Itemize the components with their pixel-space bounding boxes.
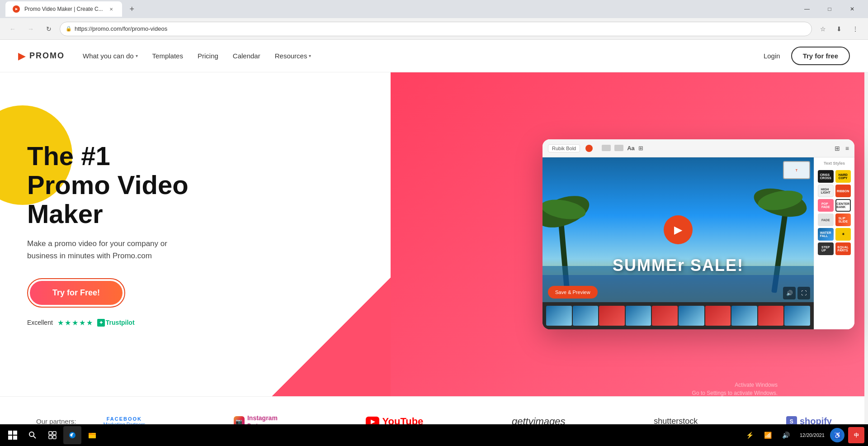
svg-rect-11 [8,436,12,440]
tab-close-button[interactable]: ✕ [108,5,115,13]
text-style-water-fall[interactable]: WATERFALL [818,228,834,241]
window-controls: — □ ✕ [797,2,863,16]
try-free-nav-button[interactable]: Try for free [791,47,850,65]
browser-taskbar-button[interactable] [63,426,81,444]
timeline-thumb-5[interactable] [652,306,678,326]
bookmark-icon[interactable]: ☆ [816,22,830,36]
text-style-criss-cross[interactable]: CRISSCROSS [818,170,834,183]
taskbar: ⚡ 📶 🔊 12/20/2021 ♿ 中 [0,424,868,446]
try-free-hero-button[interactable]: Try for Free! [30,281,123,305]
tab-title: Promo Video Maker | Create C... [24,6,103,12]
back-button[interactable]: ← [5,22,20,36]
shopify-icon: S [786,416,797,425]
mockup-toolbar: Rubik Bold Aa ⊞ ⊞ ≡ [542,139,854,157]
browser-tab[interactable]: Promo Video Maker | Create C... ✕ [5,1,122,17]
mockup-font-selector[interactable]: Rubik Bold [548,144,580,152]
task-view-button[interactable] [43,426,61,444]
trustpilot-stars: ★ ★ ★ ★ ★ [57,318,93,327]
star-2: ★ [65,318,71,327]
mockup-fullscreen-icon[interactable]: ⛶ [797,287,810,299]
shopify-logo: S shopify [786,416,832,425]
hero-right: Rubik Bold Aa ⊞ ⊞ ≡ [542,126,868,343]
timeline-thumb-10[interactable] [784,306,810,326]
start-button[interactable] [4,426,22,444]
partner-shutterstock: shutterstock [654,417,698,424]
svg-rect-16 [53,432,56,435]
search-taskbar-button[interactable] [24,426,42,444]
svg-rect-15 [49,432,52,435]
activate-windows-watermark: Activate Windows Go to Settings to activ… [692,381,778,397]
login-button[interactable]: Login [764,52,780,60]
forward-button[interactable]: → [24,22,38,36]
menu-icon[interactable]: ⋮ [848,22,863,36]
svg-line-14 [33,436,36,438]
mockup-expand-icon[interactable]: ⊞ [835,145,840,152]
taskbar-accessibility-button[interactable]: ♿ [830,428,844,442]
edge-icon [68,431,76,439]
mockup-list-icon[interactable]: ≡ [845,145,849,152]
partner-instagram: 📷 InstagramPartner [234,414,278,425]
trustpilot-label: Excellent [27,319,53,326]
logo[interactable]: ▶ PROMO [18,50,65,62]
refresh-button[interactable]: ↻ [42,22,56,36]
timeline-thumb-7[interactable] [705,306,731,326]
nav-what-you-can-do[interactable]: What you can do ▾ [83,52,138,60]
logo-icon: ▶ [18,50,26,62]
timeline-thumb-9[interactable] [758,306,784,326]
close-button[interactable]: ✕ [842,2,863,16]
minimize-button[interactable]: — [797,2,817,16]
nav-calendar[interactable]: Calendar [233,52,260,60]
search-icon [28,431,37,439]
mockup-text-thumbnail[interactable]: T [783,161,810,179]
text-style-gold[interactable]: ☀ [835,228,851,241]
partner-getty: gettyimages [512,416,566,425]
mockup-align-icon[interactable] [602,145,611,151]
mockup-volume-icon[interactable]: 🔊 [783,287,796,299]
hero-left: The #1 Promo Video Maker Make a promo vi… [0,114,542,354]
download-icon[interactable]: ⬇ [832,22,846,36]
hero-subtitle: Make a promo video for your company or b… [27,237,199,262]
nav-resources[interactable]: Resources ▾ [275,52,311,60]
maximize-button[interactable]: □ [819,2,840,16]
timeline-thumb-2[interactable] [573,306,599,326]
taskbar-cn-ime[interactable]: 中 [848,427,864,443]
text-style-hard-copy[interactable]: HARDCOPY [835,170,851,183]
mockup-color-dot[interactable] [585,145,593,152]
text-style-high-light[interactable]: HIGHLIGHT [818,185,834,197]
address-bar[interactable]: 🔒 https://promo.com/for/promo-videos [60,22,812,36]
text-style-ribbon[interactable]: RIBBON [835,185,851,197]
text-style-slip-slide[interactable]: SLIPSLIDE [835,214,851,226]
timeline-thumb-3[interactable] [599,306,625,326]
video-overlay-text: SUMMEr SALE! [542,256,814,275]
timeline-thumb-6[interactable] [679,306,704,326]
nav-pricing[interactable]: Pricing [198,52,218,60]
windows-icon [8,431,17,440]
mockup-format-icon[interactable] [614,145,623,151]
accessibility-icon: ♿ [834,432,841,439]
nav-templates[interactable]: Templates [152,52,183,60]
partner-facebook: FACEBOOK Marketing Partners [103,416,145,425]
browser-frame: Promo Video Maker | Create C... ✕ + — □ … [0,0,868,446]
mockup-grid-icon[interactable]: ⊞ [638,145,643,152]
text-style-fade[interactable]: FADE [818,214,834,226]
timeline-thumb-4[interactable] [626,306,651,326]
taskbar-wifi-icon[interactable]: 📶 [760,427,776,443]
mockup-video[interactable]: ▶ SUMMEr SALE! [542,157,814,302]
taskbar-notification-icon[interactable]: ⚡ [742,427,758,443]
taskbar-volume-icon[interactable]: 🔊 [778,427,794,443]
partners-logos: FACEBOOK Marketing Partners 📷 InstagramP… [103,414,832,425]
text-style-equal-parts[interactable]: EQUALPARTS [835,242,851,255]
mockup-aa-icon[interactable]: Aa [627,145,635,152]
new-tab-button[interactable]: + [126,3,138,15]
text-style-step-up[interactable]: STEPUP [818,242,834,255]
page-content: ▶ PROMO What you can do ▾ Templates Pric… [0,40,868,424]
mockup-video-area: ▶ SUMMEr SALE! T Save & Preview [542,157,814,329]
save-preview-button[interactable]: Save & Preview [548,286,598,299]
timeline-thumb-8[interactable] [731,306,757,326]
text-style-center[interactable]: CENTERBANK [835,199,851,212]
partners-bar: Our partners: FACEBOOK Marketing Partner… [0,396,868,424]
video-play-button[interactable]: ▶ [664,215,693,244]
timeline-thumb-1[interactable] [546,306,572,326]
text-style-pop[interactable]: POPFADE [818,199,834,212]
file-explorer-taskbar-button[interactable] [83,426,101,444]
